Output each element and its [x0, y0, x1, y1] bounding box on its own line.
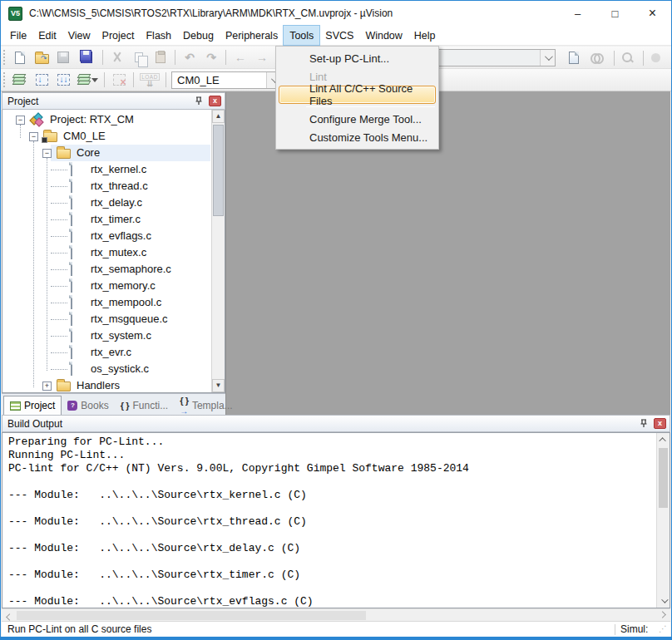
close-button[interactable]: ×	[634, 1, 671, 26]
paste-icon	[156, 52, 166, 63]
chevron-left-icon	[6, 613, 12, 620]
menu-item-configure-merge-tool[interactable]: Configure Merge Tool...	[279, 110, 436, 128]
menu-view[interactable]: View	[62, 26, 96, 45]
batch-build-button[interactable]	[74, 71, 101, 90]
forward-arrow-icon: →	[256, 51, 268, 64]
status-bar: Run PC-Lint on all C source files Simul:…	[2, 621, 670, 637]
scroll-thumb[interactable]	[17, 611, 366, 620]
build-output-hscrollbar[interactable]	[2, 608, 670, 622]
tree-item-project-rtx-cm[interactable]: −Project: RTX_CM	[2, 111, 210, 128]
uvision-window: V5 C:\W\CMSIS_5\CMSIS\RTOS2\RTX\Library\…	[0, 0, 672, 640]
project-panel-header: Project x	[2, 92, 225, 110]
status-mode: Simul:	[615, 623, 659, 635]
cut-button[interactable]	[106, 48, 128, 67]
new-file-icon	[15, 52, 25, 64]
undo-icon: ↶	[185, 51, 195, 64]
scroll-thumb[interactable]	[213, 125, 224, 216]
debug-indicator-button[interactable]	[645, 48, 666, 67]
tab-templa[interactable]: { }→Templa...	[174, 396, 238, 415]
title-bar: V5 C:\W\CMSIS_5\CMSIS\RTOS2\RTX\Library\…	[1, 1, 671, 26]
expand-box-icon[interactable]: +	[42, 382, 52, 391]
project-panel-close-button[interactable]: x	[209, 96, 221, 106]
window-title: C:\W\CMSIS_5\CMSIS\RTOS2\RTX\Library\ARM…	[29, 7, 393, 19]
menu-window[interactable]: Window	[359, 26, 408, 45]
menu-flash[interactable]: Flash	[140, 26, 177, 45]
collapse-box-icon[interactable]: −	[29, 132, 38, 141]
minimize-button[interactable]: –	[559, 1, 596, 26]
undo-button[interactable]: ↶	[179, 48, 200, 67]
tab-books[interactable]: ?Books	[62, 396, 114, 415]
open-file-button[interactable]: ↷	[31, 48, 52, 67]
save-all-button[interactable]	[74, 48, 99, 67]
search-button[interactable]	[616, 48, 638, 67]
menu-file[interactable]: File	[4, 26, 32, 45]
batch-build-icon	[78, 74, 91, 86]
toolbar-grip	[2, 50, 7, 65]
tree-scrollbar[interactable]: ▲ ▼	[211, 110, 225, 392]
menu-project[interactable]: Project	[96, 26, 141, 45]
build-output-title: Build Output	[7, 418, 639, 430]
menu-edit[interactable]: Edit	[32, 26, 62, 45]
find-text-dropdown-button[interactable]	[540, 50, 555, 66]
binoculars-icon	[590, 53, 604, 62]
tab-project[interactable]: Project	[3, 396, 62, 415]
rebuild-icon: ↓↓	[57, 74, 70, 86]
tab-functi[interactable]: { }Functi...	[115, 396, 174, 415]
pin-icon[interactable]	[639, 419, 649, 429]
save-button[interactable]	[52, 48, 74, 67]
tools-menu-dropdown: Set-up PC-Lint...LintLint All C/C++ Sour…	[275, 46, 439, 150]
status-message: Run PC-Lint on all C source files	[2, 623, 615, 635]
menu-item-lint-all-c-c-source-files[interactable]: Lint All C/C++ Source Files	[279, 86, 436, 104]
project-panel-title: Project	[7, 96, 194, 107]
menu-tools[interactable]: Tools	[284, 26, 319, 45]
scroll-left-button[interactable]	[2, 609, 15, 622]
build-output-vscrollbar[interactable]	[656, 433, 670, 608]
save-icon	[57, 52, 69, 63]
menu-item-set-up-pc-lint[interactable]: Set-up PC-Lint...	[279, 49, 436, 67]
scroll-up-button[interactable]: ▲	[212, 110, 225, 123]
target-select-combobox[interactable]: CM0_LE	[171, 71, 282, 89]
pin-icon[interactable]	[194, 96, 204, 106]
collapse-box-icon[interactable]: −	[16, 116, 25, 125]
rebuild-button[interactable]: ↓↓	[52, 71, 74, 90]
navigate-forward-button[interactable]: →	[251, 48, 273, 67]
resize-grip-icon[interactable]: ⋰	[659, 622, 670, 637]
app-icon: V5	[8, 7, 22, 21]
collapse-box-icon[interactable]: −	[42, 149, 52, 158]
paste-button[interactable]	[150, 48, 171, 67]
chevron-down-icon	[661, 596, 668, 603]
stop-build-button[interactable]	[108, 71, 130, 90]
scroll-down-button[interactable]: ▼	[212, 379, 225, 392]
build-output-text: Preparing for PC-Lint... Running PC-Lint…	[2, 433, 670, 608]
redo-icon: ↷	[206, 51, 216, 64]
tree-guide-line	[33, 141, 34, 387]
menu-peripherals[interactable]: Peripherals	[220, 26, 284, 45]
copy-button[interactable]	[128, 48, 150, 67]
find-in-files-button[interactable]	[563, 48, 585, 67]
scroll-thumb[interactable]	[659, 448, 668, 508]
build-output-header: Build Output x	[2, 415, 670, 432]
menu-debug[interactable]: Debug	[177, 26, 220, 45]
menu-help[interactable]: Help	[408, 26, 442, 45]
stop-build-icon	[113, 74, 126, 86]
translate-button[interactable]	[9, 71, 31, 90]
menu-item-customize-tools-menu[interactable]: Customize Tools Menu...	[279, 128, 436, 146]
scroll-down-button[interactable]	[657, 594, 670, 608]
toolbar-grip2	[2, 72, 7, 87]
redo-button[interactable]: ↷	[200, 48, 222, 67]
navigate-back-button[interactable]: ←	[230, 48, 251, 67]
build-icon: ↓	[36, 74, 48, 86]
download-button[interactable]: LOAD⇊	[137, 71, 162, 90]
scroll-up-button[interactable]	[657, 433, 670, 446]
menu-svcs[interactable]: SVCS	[319, 26, 359, 45]
build-output-content[interactable]: Preparing for PC-Lint... Running PC-Lint…	[2, 432, 670, 608]
find-next-button[interactable]	[586, 48, 608, 67]
open-folder-icon: ↷	[35, 54, 49, 64]
new-file-button[interactable]	[9, 48, 31, 67]
project-panel-tabbar: Project?Books{ }Functi...{ }→Templa...	[2, 393, 225, 415]
build-button[interactable]: ↓	[31, 71, 52, 90]
maximize-button[interactable]: □	[596, 1, 634, 26]
circle-icon	[651, 53, 660, 62]
scroll-right-button[interactable]	[657, 609, 670, 622]
build-output-close-button[interactable]: x	[654, 418, 666, 429]
